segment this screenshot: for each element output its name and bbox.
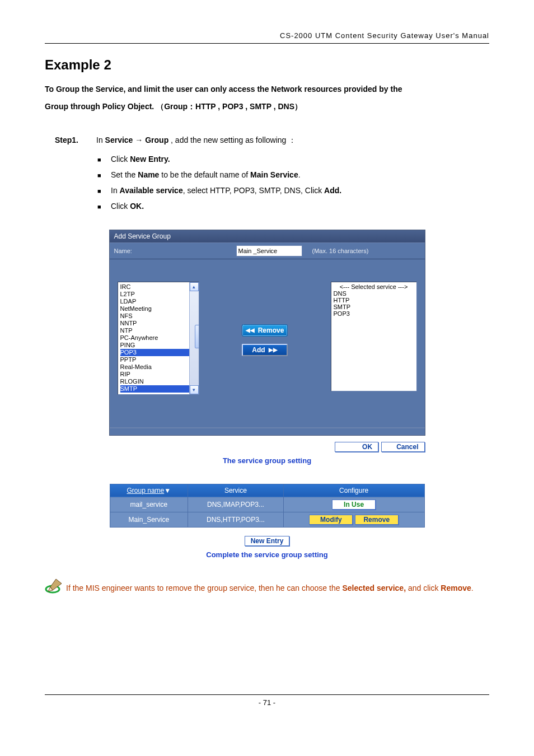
intro-line2-pre: Group through Policy Object. [45,102,154,111]
list-item[interactable]: L2TP [120,291,189,298]
col-groupname[interactable]: Group name▼ [110,484,188,497]
add-service-group-dialog: Add Service Group Name: (Max. 16 charact… [109,230,425,436]
bullet-bold: New Entry. [130,155,170,164]
note-bold: Remove [441,584,471,592]
bullet-text: to be the default name of [159,170,250,179]
table-row: mail_service DNS,IMAP,POP3... In Use [110,497,424,512]
name-row: Name: (Max. 16 characters) [110,242,425,259]
cell-service: DNS,IMAP,POP3... [188,497,284,512]
scroll-down-icon[interactable]: ▾ [190,385,199,394]
list-item[interactable]: LDAP [120,298,189,305]
cell-groupname: mail_service [110,497,188,512]
list-item[interactable]: POP3 [120,349,189,356]
list-item[interactable]: PPTP [120,356,189,363]
bullet-item: Click OK. [111,198,489,214]
service-group-table: Group name▼ Service Configure mail_servi… [110,484,425,528]
scroll-up-icon[interactable]: ▴ [190,282,199,291]
intro-line1: To Group the Service, and limit the user… [45,85,402,94]
bullet-item: In Available service, select HTTP, POP3,… [111,183,489,198]
arrow-right-icon: ▶▶ [269,347,278,353]
step-label: Step1. [55,136,96,146]
bullet-item: Click New Entry. [111,151,489,167]
caption-2: Complete the service group setting [45,550,489,559]
list-item[interactable]: IRC [120,283,189,291]
col-configure: Configure [283,484,424,497]
bullet-bold: Name [138,170,159,179]
new-entry-row: New Entry [45,535,489,546]
list-item[interactable]: PING [120,342,189,349]
dialog-title: Add Service Group [110,230,425,242]
in-use-button[interactable]: In Use [332,500,376,510]
note-block: If the MIS engineer wants to remove the … [45,578,489,600]
bullet-item: Set the Name to be the default name of M… [111,167,489,183]
list-item[interactable]: SMTP [120,385,189,393]
remove-button[interactable]: ◀◀ Remove [242,325,287,336]
intro-line2-paren: （Group：HTTP , POP3 , SMTP , DNS） [156,102,302,111]
list-item[interactable]: POP3 [334,310,414,317]
arrow-right-icon: → [135,136,145,144]
remove-label: Remove [258,326,284,334]
bullet-text: , select HTTP, POP3, SMTP, DNS, Click [183,186,324,195]
bullet-text: Click [111,202,130,211]
step-bullets: Click New Entry. Set the Name to be the … [45,151,489,214]
bullet-bold: Add. [324,186,341,195]
dialog-actions: OK Cancel [110,441,425,452]
scroll-thumb[interactable] [195,325,199,348]
list-item[interactable]: HTTP [334,297,414,304]
note-text: If the MIS engineer wants to remove the … [66,584,342,592]
add-label: Add [252,346,265,354]
step-service: Service [105,136,135,144]
caption-1: The service group setting [45,456,489,465]
step-group: Group [145,136,168,144]
list-item[interactable]: NFS [120,312,189,320]
bullet-text: . [298,170,301,179]
new-entry-button[interactable]: New Entry [245,536,290,546]
list-item[interactable]: DNS [334,290,414,297]
table-header-row: Group name▼ Service Configure [110,484,424,497]
step-row: Step1. In Service → Group , add the new … [55,136,489,146]
list-item[interactable]: NNTP [120,320,189,327]
note-text: and click [406,584,441,592]
example-title: Example 2 [45,57,489,73]
scrollbar[interactable]: ▴ ▾ [189,282,199,394]
pencil-note-icon [45,578,64,600]
page-footer: - 71 - [45,694,489,707]
name-label: Name: [114,248,236,254]
selected-service-list[interactable]: <--- Selected service ---> DNSHTTPSMTPPO… [331,282,417,391]
bullet-text: In [111,186,120,195]
bullet-text: Click [111,155,130,164]
bullet-text: Set the [111,170,138,179]
add-button[interactable]: Add ▶▶ [242,344,288,356]
page-header: CS-2000 UTM Content Security Gateway Use… [45,31,489,44]
selected-header: <--- Selected service ---> [334,283,414,290]
step-pre: In [96,136,105,144]
name-input[interactable] [236,245,302,256]
col-service: Service [188,484,284,497]
intro-text: To Group the Service, and limit the user… [45,81,489,115]
name-hint: (Max. 16 characters) [312,248,369,254]
sort-down-icon: ▼ [164,487,171,494]
cancel-button[interactable]: Cancel [381,442,425,452]
remove-row-button[interactable]: Remove [355,515,399,525]
list-item[interactable]: RIP [120,371,189,378]
list-item[interactable]: RLOGIN [120,378,189,385]
ok-button[interactable]: OK [335,442,378,452]
bullet-bold: Available service [120,186,183,195]
list-item[interactable]: NetMeeting [120,305,189,312]
dialog-footer [110,427,425,435]
step-text: In Service → Group , add the new setting… [96,136,296,146]
list-item[interactable]: SMTP [334,304,414,310]
cell-configure: In Use [283,497,424,512]
available-service-list[interactable]: IRCL2TPLDAPNetMeetingNFSNNTPNTPPC-Anywhe… [118,282,199,395]
list-item[interactable]: PC-Anywhere [120,334,189,342]
list-item[interactable]: NTP [120,327,189,334]
cell-groupname: Main_Service [110,512,188,527]
arrow-left-icon: ◀◀ [246,327,255,333]
dialog-body: IRCL2TPLDAPNetMeetingNFSNNTPNTPPC-Anywhe… [110,259,425,427]
bullet-bold: OK. [130,202,144,211]
modify-button[interactable]: Modify [309,515,353,525]
list-item[interactable]: Real-Media [120,363,189,371]
sort-link[interactable]: Group name [127,487,165,494]
note-bold: Selected service, [342,584,406,592]
cell-service: DNS,HTTP,POP3... [188,512,284,527]
